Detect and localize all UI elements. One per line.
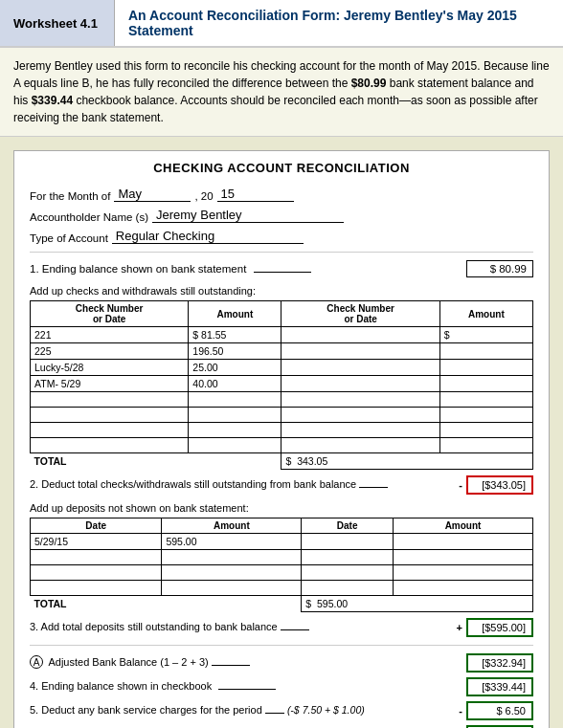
- section4-row: 4. Ending balance shown in checkbook [$3…: [30, 677, 533, 696]
- section2-label: 2. Deduct total checks/withdrawals still…: [30, 477, 459, 492]
- intro-paragraph: Jeremy Bentley used this form to reconci…: [0, 48, 563, 137]
- checks-col4-header: Amount: [439, 301, 532, 327]
- table-row: 225196.50: [31, 343, 533, 360]
- year-label: , 20: [194, 190, 213, 202]
- section3-label: 3. Add total deposits still outstanding …: [30, 620, 457, 634]
- checks-table: Check Numberor Date Amount Check Numbero…: [30, 300, 533, 470]
- table-row: [31, 438, 533, 453]
- form-title: CHECKING ACCOUNT RECONCILIATION: [30, 161, 533, 175]
- adj-bank-row: A Adjusted Bank Balance (1 – 2 + 3) [$33…: [30, 653, 533, 673]
- section4-value: [$339.44]: [466, 677, 533, 696]
- section2-prefix: -: [459, 479, 462, 491]
- worksheet-label-text: Worksheet 4.1: [13, 16, 98, 31]
- section1-label: 1. Ending balance shown on bank statemen…: [30, 262, 466, 276]
- table-row: [31, 565, 533, 581]
- header-title: An Account Reconciliation Form: Jeremy B…: [115, 0, 563, 46]
- account-holder-value: Jeremy Bentley: [152, 208, 344, 223]
- table-row: 5/29/15595.00: [31, 534, 533, 550]
- circle-a: A: [30, 655, 43, 669]
- checks-total-label: TOTAL: [31, 453, 282, 470]
- section3-value: [$595.00]: [466, 618, 533, 637]
- dep-col1-header: Date: [31, 518, 162, 534]
- checks-heading: Add up checks and withdrawals still outs…: [30, 285, 533, 297]
- year-value: 15: [217, 187, 294, 202]
- section5-label: 5. Deduct any bank service charges for t…: [30, 703, 459, 717]
- adj-bank-value: [$332.94]: [466, 653, 533, 673]
- section2-row: 2. Deduct total checks/withdrawals still…: [30, 475, 533, 495]
- deposits-heading: Add up deposits not shown on bank statem…: [30, 502, 533, 514]
- checks-col2-header: Amount: [189, 301, 282, 327]
- section5-prefix: -: [459, 705, 462, 717]
- checks-total-value: $ 343.05: [282, 453, 533, 470]
- adj-bank-label: A Adjusted Bank Balance (1 – 2 + 3): [30, 655, 466, 670]
- table-row: [31, 408, 533, 423]
- dep-col2-header: Amount: [162, 518, 302, 534]
- month-row: For the Month of May , 20 15: [30, 187, 533, 202]
- section1-row: 1. Ending balance shown on bank statemen…: [30, 260, 533, 277]
- account-type-row: Type of Account Regular Checking: [30, 229, 533, 244]
- deposits-total-value: $ 595.00: [302, 596, 533, 612]
- table-row: 221$ 81.55$: [31, 327, 533, 343]
- section5-value: $ 6.50: [466, 701, 533, 720]
- deposits-total-label: TOTAL: [31, 596, 302, 612]
- page-header: Worksheet 4.1 An Account Reconciliation …: [0, 0, 563, 48]
- form-container: CHECKING ACCOUNT RECONCILIATION For the …: [13, 150, 550, 728]
- account-holder-label: Accountholder Name (s): [30, 211, 148, 223]
- section5-formula: (-$ 7.50 + $ 1.00): [287, 704, 365, 716]
- account-holder-row: Accountholder Name (s) Jeremy Bentley: [30, 208, 533, 223]
- header-title-text: An Account Reconciliation Form: Jeremy B…: [128, 8, 550, 38]
- divider-2: [30, 645, 533, 646]
- deposits-table: Date Amount Date Amount 5/29/15595.00 TO…: [30, 518, 533, 612]
- account-type-label: Type of Account: [30, 232, 108, 244]
- section1-value: $ 80.99: [466, 260, 533, 277]
- account-type-value: Regular Checking: [112, 229, 304, 244]
- section4-label: 4. Ending balance shown in checkbook: [30, 679, 466, 694]
- section3-row: 3. Add total deposits still outstanding …: [30, 618, 533, 637]
- month-label: For the Month of: [30, 190, 110, 202]
- month-value: May: [114, 187, 191, 202]
- section2-value: [$343.05]: [466, 475, 533, 495]
- table-row: [31, 423, 533, 438]
- dep-col3-header: Date: [302, 518, 394, 534]
- section3-prefix: +: [457, 622, 462, 633]
- table-row: ATM- 5/2940.00: [31, 376, 533, 392]
- divider-1: [30, 252, 533, 253]
- section5-row: 5. Deduct any bank service charges for t…: [30, 701, 533, 720]
- checks-col3-header: Check Numberor Date: [282, 301, 439, 327]
- table-row: Lucky-5/2825.00: [31, 360, 533, 376]
- table-row: [31, 550, 533, 565]
- table-row: [31, 581, 533, 596]
- checks-col1-header: Check Numberor Date: [31, 301, 189, 327]
- dep-col4-header: Amount: [394, 518, 533, 534]
- worksheet-label: Worksheet 4.1: [0, 0, 115, 46]
- table-row: [31, 392, 533, 408]
